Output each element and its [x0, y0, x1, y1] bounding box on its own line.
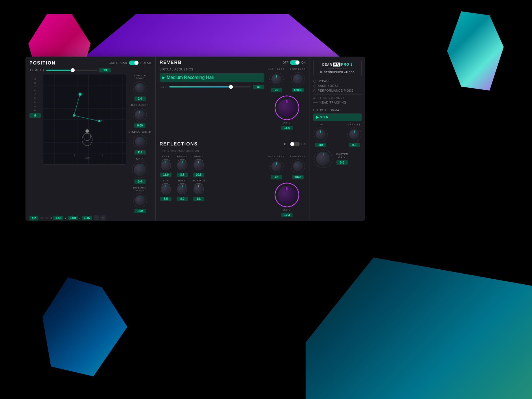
xz-toggle-button[interactable]: X/Z	[29, 216, 38, 220]
reverb-preset-selector[interactable]: ▶ Medium Recording Hall	[160, 73, 264, 82]
left-knob[interactable]	[160, 159, 172, 171]
stereo-width-label: STEREO WIDTH	[128, 130, 151, 133]
lfe-value[interactable]: -inf	[315, 143, 326, 147]
reflections-off-label: OFF	[283, 143, 288, 146]
reverb-highpass-knob[interactable]	[269, 72, 284, 87]
cartesian-label: CARTESIAN	[109, 61, 127, 65]
reverb-highpass-label: HIGH PASS	[268, 68, 284, 71]
top-knob[interactable]	[160, 183, 172, 196]
panel-position: POSITION CARTESIAN POLAR AZIMUTH 13 E L …	[25, 57, 156, 221]
svg-text:R: R	[101, 120, 103, 123]
reflections-highpass-knob[interactable]	[269, 159, 284, 174]
right-knob[interactable]	[192, 159, 205, 171]
zoom-plus-button[interactable]: +	[100, 215, 106, 220]
top-knob-value[interactable]: 5.5	[160, 197, 171, 201]
reverb-gain-knob[interactable]	[274, 95, 300, 121]
lfe-group: LFE -inf	[313, 123, 328, 147]
back-knob[interactable]	[176, 183, 188, 196]
reverb-size-value[interactable]: 80	[253, 85, 264, 89]
master-gain-section: MASTERGAIN 0.0	[313, 149, 362, 169]
bottom-knob[interactable]	[192, 183, 205, 196]
left-knob-value[interactable]: 11.0	[160, 173, 171, 177]
x-coord-value[interactable]: 1.45	[53, 216, 63, 220]
bass-boost-label: BASS BOOST	[318, 84, 339, 87]
reverb-lowpass-value[interactable]: 12800	[292, 88, 304, 92]
position-gain-value[interactable]: 0.0	[134, 179, 146, 184]
bass-boost-radio[interactable]	[313, 85, 316, 87]
brand-header: DEAR VR PRO 2 — POWERED BY — ⌘ SENNHEISE…	[313, 60, 362, 76]
reverb-body: VIRTUAL ACOUSTICS ▶ Medium Recording Hal…	[160, 68, 306, 130]
reverb-filter-knobs: HIGH PASS 20 LOW PASS	[268, 68, 306, 92]
reflections-toggle[interactable]	[290, 142, 300, 146]
reverb-highpass-value[interactable]: 20	[271, 88, 282, 92]
stereo-width-knob[interactable]	[133, 134, 147, 149]
coord-toggle-group: CARTESIAN POLAR	[109, 61, 151, 65]
occlusion-value[interactable]: 0.00	[134, 123, 145, 128]
position-gain-knob[interactable]	[132, 161, 149, 178]
z-coord-value[interactable]: 6.45	[82, 216, 92, 220]
position-grid[interactable]: L R 12m	[43, 74, 126, 165]
azimuth-slider[interactable]	[46, 70, 97, 71]
bypass-option[interactable]: BYPASS	[313, 80, 362, 83]
xyz-row: X/Z X 1.45 Y 0.00 Z 6.45 − +	[29, 215, 151, 220]
realtime-label: · REALTIME AURALISATION	[160, 149, 306, 152]
brand-dear-label: DEAR	[322, 63, 332, 66]
reverb-lowpass-knob[interactable]	[291, 72, 305, 87]
right-knob-value[interactable]: 10.5	[193, 173, 204, 177]
top-knob-label: TOP	[163, 179, 169, 182]
front-knob-value[interactable]: 8.5	[177, 173, 188, 177]
bg-teal-bottom	[306, 258, 532, 399]
z-coord-label: Z	[79, 216, 81, 220]
position-gain-group: GAIN 0.0	[132, 157, 149, 184]
azimuth-row: AZIMUTH 13	[29, 68, 151, 72]
reverb-size-slider[interactable]	[169, 86, 251, 87]
clarity-knob[interactable]	[347, 127, 362, 142]
reflections-lowpass-knob[interactable]	[291, 159, 305, 174]
panel-center: REVERB OFF ON VIRTUAL ACOUSTICS ▶ Medium…	[156, 57, 310, 221]
performance-mode-radio[interactable]	[313, 89, 316, 92]
reverb-size-row: SIZE 80	[160, 85, 264, 89]
azimuth-scale-knob[interactable]	[133, 81, 147, 95]
brand-powered-label: — POWERED BY —	[316, 67, 359, 70]
y-coord-value[interactable]: 0.00	[68, 216, 78, 220]
reflections-highpass-value[interactable]: 20	[271, 175, 282, 179]
reflections-lowpass-value[interactable]: 9840	[292, 175, 304, 179]
reflections-gain-value[interactable]: +2.4	[281, 213, 293, 217]
reflections-gain-knob[interactable]	[274, 182, 300, 208]
clarity-value[interactable]: 0.0	[349, 143, 360, 147]
occlusion-knob[interactable]	[132, 108, 147, 122]
reflections-left: LEFT 11.0 FRONT 8.5	[160, 155, 264, 217]
reverb-lowpass-label: LOW PASS	[290, 68, 306, 71]
bypass-radio[interactable]	[313, 80, 316, 83]
format-selector[interactable]: ▶ 9.1.6	[313, 113, 362, 121]
distance-scale-knob[interactable]	[133, 193, 147, 208]
virtual-acoustics-label: VIRTUAL ACOUSTICS	[160, 68, 264, 71]
bottom-knob-value[interactable]: 1.8	[193, 197, 204, 201]
x-btn[interactable]	[40, 217, 44, 219]
azimuth-label: AZIMUTH	[29, 69, 44, 72]
reverb-header: REVERB OFF ON	[160, 60, 306, 65]
bass-boost-option[interactable]: BASS BOOST	[313, 84, 362, 87]
y-btn[interactable]	[45, 217, 49, 219]
azimuth-scale-value[interactable]: 1.0	[134, 96, 146, 101]
reverb-title: REVERB	[160, 60, 182, 65]
distance-scale-value[interactable]: 1.00	[134, 209, 146, 213]
reverb-toggle[interactable]	[290, 60, 300, 65]
reflections-on-label: ON	[301, 143, 306, 146]
output-format-title: OUTPUT FORMAT	[313, 109, 362, 112]
reflections-row1: LEFT 11.0 FRONT 8.5	[160, 155, 264, 177]
brand-vr-label: VR	[333, 63, 340, 66]
lfe-knob[interactable]	[313, 127, 328, 142]
front-knob[interactable]	[176, 159, 188, 171]
elevation-value-box[interactable]: 0	[29, 113, 41, 118]
cartesian-polar-toggle[interactable]	[129, 61, 139, 65]
master-gain-value[interactable]: 0.0	[336, 160, 348, 165]
zoom-minus-button[interactable]: −	[94, 215, 99, 220]
reverb-gain-value[interactable]: -3.4	[281, 126, 293, 130]
master-gain-knob[interactable]	[313, 149, 333, 169]
stereo-width-value[interactable]: 114	[134, 150, 146, 155]
azimuth-value[interactable]: 13	[99, 68, 111, 72]
back-knob-value[interactable]: 8.0	[177, 197, 188, 201]
performance-mode-option[interactable]: PERFORMANCE MODE	[313, 89, 362, 92]
front-knob-group: FRONT 8.5	[176, 155, 188, 177]
